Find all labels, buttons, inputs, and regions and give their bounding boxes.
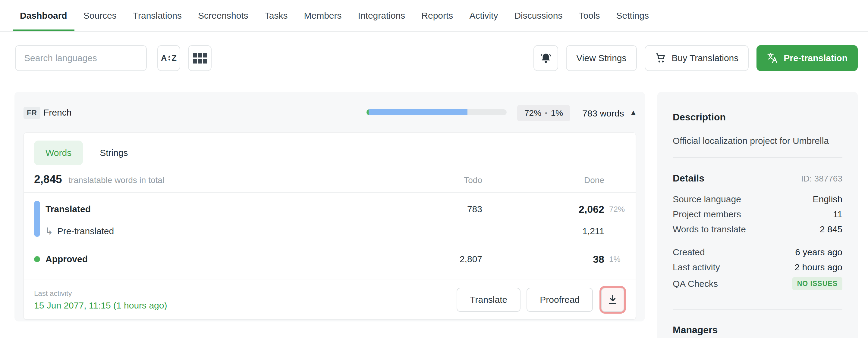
translate-button[interactable]: Translate [457, 288, 521, 312]
total-words: 2,845 [34, 173, 62, 186]
row-label: Translated [34, 204, 362, 214]
tab-settings[interactable]: Settings [616, 0, 649, 31]
detail-value: 6 years ago [795, 247, 842, 257]
detail-label: Source language [673, 194, 741, 204]
languages-toolbar: A▲▼Z View Strings Bu [0, 45, 868, 71]
detail-value: 2 hours ago [795, 262, 842, 272]
search-languages-input[interactable] [15, 45, 147, 71]
language-name: French [43, 107, 71, 118]
detail-label: Words to translate [673, 224, 746, 234]
total-words-label: translatable words in total [69, 175, 164, 185]
detail-row-qa-checks: QA Checks NO ISSUES [673, 277, 842, 290]
last-activity-block: Last activity 15 Jun 2077, 11:15 (1 hour… [34, 289, 167, 311]
proofread-button[interactable]: Proofread [527, 288, 593, 312]
sort-alphabetical-button[interactable]: A▲▼Z [157, 45, 180, 71]
detail-label: Last activity [673, 262, 720, 272]
stats-summary-row: 2,845 translatable words in total Todo D… [24, 165, 636, 192]
approved-pct: 1% [604, 255, 625, 264]
table-row-pre-translated: ↳ Pre-translated 1,211 [24, 221, 636, 242]
pre-translation-button[interactable]: Pre-translation [756, 45, 858, 71]
last-activity-link[interactable]: 15 Jun 2077, 11:15 (1 hours ago) [34, 300, 167, 311]
pre-translation-label: Pre-translation [784, 53, 847, 63]
detail-label: Project members [673, 209, 741, 219]
cart-icon [655, 53, 666, 64]
translated-pct: 72% [604, 205, 625, 214]
divider [673, 309, 842, 310]
translated-todo: 783 [362, 204, 482, 214]
detail-row-source-language: Source language English [673, 194, 842, 204]
translated-percent: 72% [524, 108, 541, 118]
detail-row-words-to-translate: Words to translate 2 845 [673, 224, 842, 234]
sub-arrow-icon: ↳ [45, 226, 53, 236]
project-nav: Dashboard Sources Translations Screensho… [0, 0, 868, 32]
tab-reports[interactable]: Reports [421, 0, 453, 31]
tab-sources[interactable]: Sources [84, 0, 117, 31]
approved-dot-indicator [34, 256, 40, 262]
detail-row-last-activity: Last activity 2 hours ago [673, 262, 842, 272]
language-stats-card: Words Strings 2,845 translatable words i… [24, 132, 636, 319]
description-text: Official localization project for Umbrel… [673, 135, 842, 146]
progress-segment-approved [367, 109, 369, 115]
tab-dashboard[interactable]: Dashboard [13, 0, 74, 31]
tab-words[interactable]: Words [34, 141, 83, 165]
tab-discussions[interactable]: Discussions [514, 0, 562, 31]
progress-percent-badge: 72% • 1% [517, 105, 570, 121]
approved-percent: 1% [551, 108, 563, 118]
detail-value: 2 845 [820, 224, 842, 234]
divider [673, 157, 842, 158]
details-heading: Details [673, 173, 704, 184]
tab-tasks[interactable]: Tasks [265, 0, 288, 31]
language-code-badge: FR [24, 107, 40, 119]
table-row-approved: Approved 2,807 38 1% [24, 245, 636, 274]
percent-separator: • [545, 109, 547, 117]
translated-group: Translated 783 2,062 72% ↳ Pre-translate… [24, 193, 636, 245]
tab-members[interactable]: Members [304, 0, 342, 31]
detail-row-project-members: Project members 11 [673, 209, 842, 219]
project-dashboard-page: Dashboard Sources Translations Screensho… [0, 0, 868, 338]
tab-activity[interactable]: Activity [469, 0, 498, 31]
translated-bar-indicator [34, 201, 40, 237]
detail-value: English [813, 194, 842, 204]
project-id: ID: 387763 [801, 174, 842, 183]
download-icon [607, 294, 618, 305]
row-label: ↳ Pre-translated [34, 226, 362, 236]
view-strings-label: View Strings [576, 53, 626, 63]
progress-bar [367, 109, 507, 115]
todo-column-header: Todo [362, 175, 482, 185]
bell-icon [540, 52, 552, 64]
approved-todo: 2,807 [362, 254, 482, 264]
qa-status-badge: NO ISSUES [792, 277, 842, 290]
translate-icon [767, 53, 778, 64]
tab-screenshots[interactable]: Screenshots [198, 0, 248, 31]
grid-icon [193, 53, 207, 64]
download-button-highlighted[interactable] [601, 288, 624, 312]
description-heading: Description [673, 92, 842, 123]
az-sort-icon: A▲▼Z [161, 54, 177, 63]
tab-integrations[interactable]: Integrations [358, 0, 405, 31]
tab-translations[interactable]: Translations [133, 0, 182, 31]
tab-strings[interactable]: Strings [100, 148, 128, 158]
progress-segment-translated [369, 109, 467, 115]
translated-done: 2,062 [482, 203, 604, 215]
buy-translations-button[interactable]: Buy Translations [645, 45, 749, 71]
notifications-button[interactable] [533, 45, 558, 71]
language-card-header[interactable]: FR French 72% • 1% 783 words ▲ [14, 92, 645, 132]
tab-tools[interactable]: Tools [579, 0, 600, 31]
grid-view-button[interactable] [188, 45, 212, 71]
approved-done: 38 [482, 253, 604, 265]
pre-translated-done: 1,211 [482, 226, 604, 236]
units-tabs: Words Strings [24, 133, 636, 165]
done-column-header: Done [482, 175, 604, 185]
buy-translations-label: Buy Translations [672, 53, 739, 63]
words-left: 783 words [582, 108, 624, 119]
detail-row-created: Created 6 years ago [673, 247, 842, 257]
collapse-chevron-icon[interactable]: ▲ [630, 108, 637, 116]
language-card-french: FR French 72% • 1% 783 words ▲ Words Str… [14, 92, 645, 322]
language-card-footer: Last activity 15 Jun 2077, 11:15 (1 hour… [24, 280, 636, 319]
detail-label: QA Checks [673, 279, 718, 289]
last-activity-label: Last activity [34, 289, 167, 298]
managers-heading: Managers [673, 325, 842, 336]
row-label: Approved [34, 254, 362, 264]
view-strings-button[interactable]: View Strings [566, 45, 637, 71]
detail-label: Created [673, 247, 705, 257]
